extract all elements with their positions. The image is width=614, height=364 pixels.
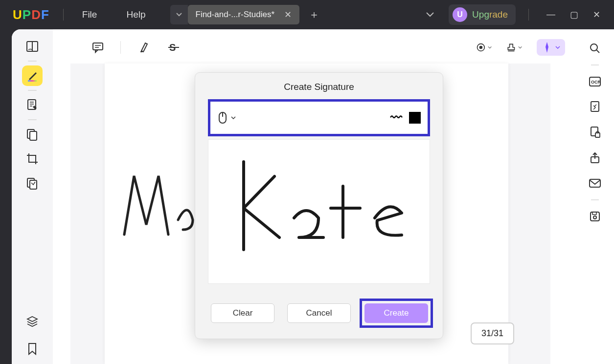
signature-tool-dropdown[interactable] [537,39,565,56]
minimize-button[interactable]: — [546,9,555,20]
divider [591,199,599,200]
highlight-icon[interactable] [136,40,151,55]
tab-title: Find-and-...r-Studies* [196,10,275,20]
ocr-icon[interactable]: OCR [586,72,604,91]
menu-help[interactable]: Help [112,9,160,20]
divider [28,90,37,91]
svg-rect-16 [595,133,600,137]
upgrade-label: Upgrade [472,9,508,20]
create-button[interactable]: Create [364,303,428,323]
svg-rect-21 [592,212,596,214]
dialog-title: Create Signature [195,73,443,99]
clear-button[interactable]: Clear [211,303,274,323]
user-avatar: U [453,7,467,22]
search-icon[interactable] [586,39,604,58]
svg-rect-1 [28,80,37,82]
window-controls: — ▢ ✕ [533,9,614,20]
email-icon[interactable] [586,174,604,193]
divider [120,41,121,54]
divider [528,9,529,21]
divider [591,64,599,65]
right-sidebar: OCR [576,35,614,364]
upgrade-button[interactable]: U Upgrade [449,4,516,25]
convert-icon[interactable] [586,98,604,116]
svg-point-11 [591,44,597,51]
document-tab[interactable]: Find-and-...r-Studies* ✕ [188,5,300,24]
crop-mode-icon[interactable] [22,149,43,169]
protect-icon[interactable] [586,123,604,142]
close-button[interactable]: ✕ [593,9,600,20]
edit-mode-icon[interactable] [22,95,43,115]
comment-icon[interactable] [90,40,106,55]
new-tab-button[interactable]: ＋ [305,6,323,23]
strikethrough-icon[interactable]: S [166,40,182,55]
signature-options-bar: 〰 [208,99,430,136]
svg-rect-7 [93,43,103,50]
divider [63,9,64,21]
create-highlight: Create [360,299,433,328]
stroke-style-icon[interactable]: 〰 [390,111,402,125]
annotate-mode-icon[interactable] [22,65,43,86]
signature-canvas[interactable] [208,139,430,284]
bookmark-icon[interactable] [22,339,43,359]
layers-icon[interactable] [22,311,43,332]
create-signature-dialog: Create Signature 〰 [195,72,443,339]
input-method-dropdown[interactable] [217,111,236,125]
divider [28,61,37,62]
menu-file[interactable]: File [68,9,112,20]
app-logo: UPDF [0,7,59,22]
save-icon[interactable] [586,207,604,226]
page-indicator[interactable]: 31/31 [471,322,514,344]
workspace: S OCR [12,29,614,364]
shape-tool-dropdown[interactable] [476,40,492,55]
svg-rect-4 [30,131,37,140]
svg-text:OCR: OCR [591,80,601,85]
organize-mode-icon[interactable] [22,124,43,145]
svg-point-10 [479,46,483,49]
divider [28,119,37,120]
svg-point-20 [593,216,596,219]
tabs-overflow-button[interactable] [421,6,439,23]
title-bar: UPDF File Help Find-and-...r-Studies* ✕ … [0,0,614,29]
share-icon[interactable] [586,149,604,167]
tools-mode-icon[interactable] [22,173,43,193]
tab-dropdown[interactable] [170,5,188,24]
color-swatch[interactable] [409,112,421,124]
left-sidebar [12,29,53,364]
stamp-tool-dropdown[interactable] [506,40,522,55]
tab-group: Find-and-...r-Studies* ✕ ＋ [170,0,323,29]
signature-drawing [208,140,424,281]
reader-mode-icon[interactable] [22,36,43,57]
close-tab-icon[interactable]: ✕ [284,9,292,20]
annotation-toolbar: S [90,35,565,60]
svg-rect-18 [590,179,600,187]
dialog-buttons: Clear Cancel Create [195,293,443,339]
maximize-button[interactable]: ▢ [570,9,578,20]
cancel-button[interactable]: Cancel [287,303,351,323]
